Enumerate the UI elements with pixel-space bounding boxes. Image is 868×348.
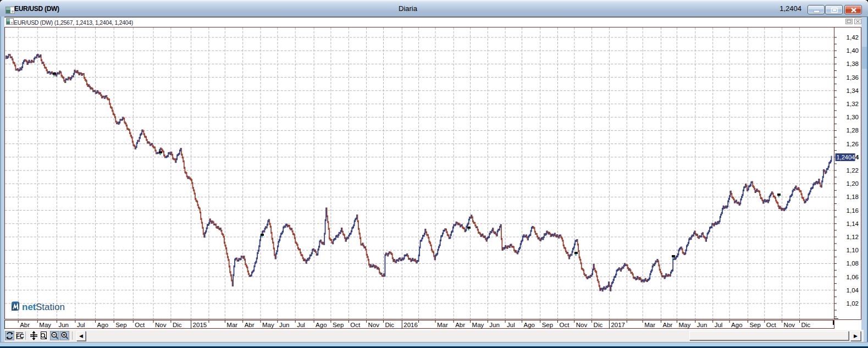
svg-text:Ago: Ago	[524, 322, 535, 328]
svg-text:net: net	[22, 302, 36, 312]
svg-text:Jul: Jul	[297, 322, 305, 328]
svg-text:1,12: 1,12	[847, 234, 859, 240]
svg-text:Abr: Abr	[245, 322, 255, 328]
svg-text:1,32: 1,32	[847, 101, 859, 107]
svg-text:Abr: Abr	[20, 322, 30, 328]
svg-text:1,42: 1,42	[847, 34, 859, 41]
svg-text:Nov: Nov	[576, 322, 588, 328]
svg-text:2017: 2017	[611, 322, 625, 328]
svg-text:1,06: 1,06	[847, 274, 859, 280]
svg-text:Oct: Oct	[135, 322, 145, 328]
svg-text:1,2404: 1,2404	[837, 154, 855, 161]
svg-text:Jun: Jun	[489, 322, 500, 328]
svg-text:1,20: 1,20	[847, 180, 859, 187]
svg-text:1,14: 1,14	[847, 220, 859, 227]
svg-text:Jun: Jun	[697, 322, 707, 328]
svg-text:1,36: 1,36	[847, 74, 859, 81]
svg-text:Jun: Jun	[279, 322, 290, 328]
svg-text:May: May	[472, 322, 484, 328]
svg-text:Jul: Jul	[507, 322, 515, 328]
svg-text:Dic: Dic	[594, 322, 603, 328]
svg-text:May: May	[262, 322, 274, 328]
svg-text:Sep: Sep	[542, 322, 553, 328]
svg-text:1,08: 1,08	[847, 260, 859, 267]
svg-text:2015: 2015	[193, 322, 207, 328]
svg-text:1,04: 1,04	[847, 287, 859, 294]
svg-text:Sep: Sep	[115, 322, 126, 328]
svg-text:1,10: 1,10	[847, 247, 859, 253]
svg-text:1,34: 1,34	[847, 87, 859, 94]
svg-text:Dic: Dic	[801, 322, 811, 328]
svg-text:Jul: Jul	[77, 322, 85, 328]
svg-text:Abr: Abr	[663, 322, 673, 328]
svg-text:Ago: Ago	[316, 322, 327, 328]
svg-text:1,02: 1,02	[847, 300, 859, 307]
svg-text:4: 4	[856, 154, 859, 161]
svg-text:1,38: 1,38	[847, 60, 859, 67]
svg-text:1,16: 1,16	[847, 207, 859, 214]
svg-text:Jun: Jun	[58, 322, 69, 328]
svg-text:1,28: 1,28	[847, 127, 859, 134]
svg-text:Dic: Dic	[385, 322, 395, 328]
svg-text:Nov: Nov	[368, 322, 380, 328]
svg-text:2016: 2016	[403, 322, 418, 328]
svg-text:Mar: Mar	[437, 322, 448, 328]
svg-text:Sep: Sep	[333, 322, 344, 328]
svg-text:Station: Station	[36, 302, 65, 312]
svg-text:1,40: 1,40	[847, 47, 859, 54]
svg-text:Mar: Mar	[226, 322, 237, 328]
svg-text:Ago: Ago	[731, 322, 742, 328]
svg-text:1,30: 1,30	[847, 114, 859, 120]
svg-text:Ago: Ago	[97, 322, 108, 328]
svg-text:FC: FC	[16, 333, 24, 339]
svg-text:Oct: Oct	[350, 322, 361, 328]
svg-text:Jul: Jul	[715, 322, 723, 328]
svg-text:1,22: 1,22	[847, 167, 859, 174]
svg-text:May: May	[679, 322, 691, 328]
svg-text:1,26: 1,26	[847, 141, 859, 147]
svg-text:Oct: Oct	[766, 322, 777, 328]
svg-text:Dic: Dic	[173, 322, 182, 328]
svg-text:Nov: Nov	[784, 322, 795, 328]
svg-text:Abr: Abr	[455, 322, 465, 328]
svg-text:Mar: Mar	[644, 322, 655, 328]
svg-text:May: May	[39, 322, 51, 328]
svg-text:Nov: Nov	[155, 322, 167, 328]
svg-text:Sep: Sep	[749, 322, 760, 328]
svg-text:Oct: Oct	[560, 322, 570, 328]
svg-text:1,18: 1,18	[847, 194, 859, 200]
